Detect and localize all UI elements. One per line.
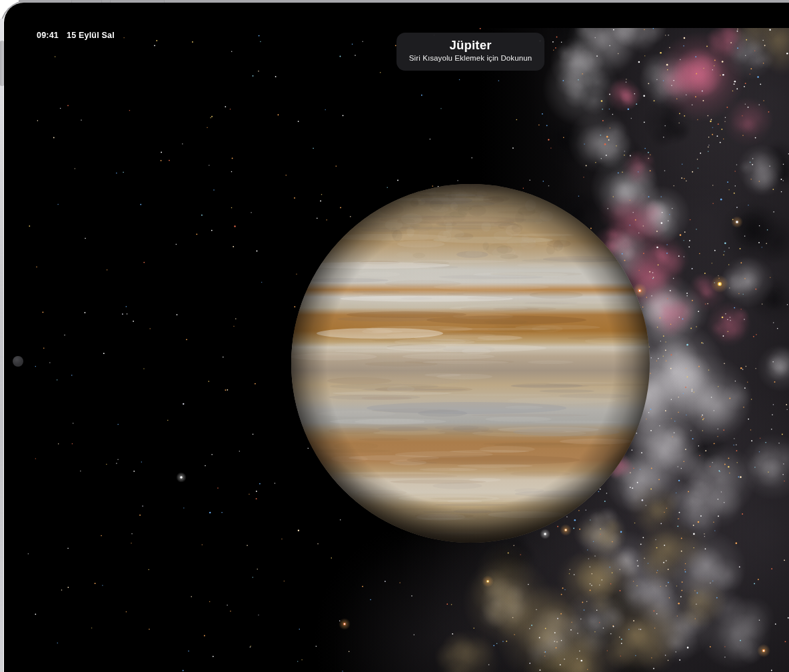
banner-title: Jüpiter bbox=[396, 38, 544, 52]
display: 09:4115 Eylül Sal Jüpiter Siri Kısayolu … bbox=[27, 28, 789, 672]
device-left-edge bbox=[0, 19, 3, 672]
banner-subtitle: Siri Kısayolu Eklemek için Dokunun bbox=[396, 54, 544, 62]
status-bar: 09:4115 Eylül Sal bbox=[37, 31, 115, 40]
front-camera bbox=[13, 356, 23, 367]
space-jupiter-wallpaper[interactable] bbox=[27, 28, 789, 672]
siri-shortcut-banner[interactable]: Jüpiter Siri Kısayolu Eklemek için Dokun… bbox=[396, 33, 544, 71]
status-date: 15 Eylül Sal bbox=[67, 31, 115, 40]
status-time: 09:41 bbox=[37, 31, 59, 40]
